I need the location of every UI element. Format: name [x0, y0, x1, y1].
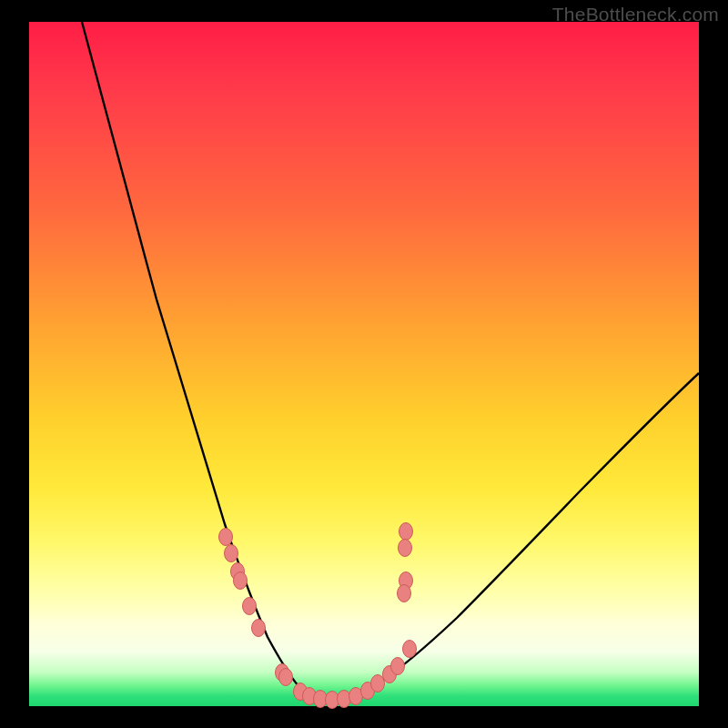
highlight-dot — [371, 675, 385, 693]
curve-svg — [29, 22, 699, 706]
chart-stage: TheBottleneck.com — [0, 0, 728, 728]
highlight-dot — [243, 598, 257, 615]
plot-area — [29, 22, 699, 706]
highlight-dot — [399, 540, 412, 557]
highlight-dot — [403, 641, 417, 658]
highlight-dot — [338, 691, 351, 708]
highlight-dots-group — [219, 523, 417, 709]
highlight-dot — [225, 545, 238, 562]
highlight-dot — [219, 529, 233, 546]
highlight-dot — [279, 669, 293, 686]
highlight-dot — [398, 585, 411, 602]
highlight-dot — [252, 620, 266, 637]
highlight-dot — [399, 523, 413, 541]
highlight-dot — [391, 658, 405, 675]
highlight-dot — [234, 572, 248, 590]
curve-left-arm — [82, 22, 332, 700]
curve-right-arm — [332, 373, 699, 700]
